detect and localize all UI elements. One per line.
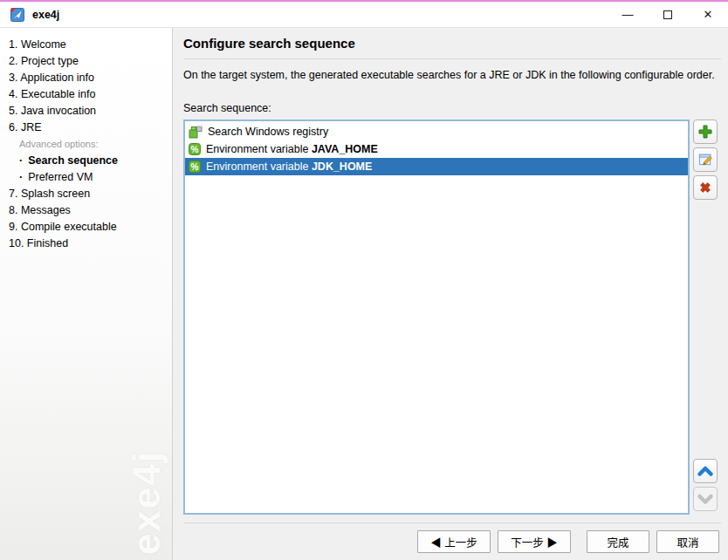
sidebar-item-jre[interactable]: 6. JRE (0, 119, 172, 135)
sidebar-item-search-sequence[interactable]: · Search sequence (0, 152, 172, 168)
list-item-java-home[interactable]: % Environment variable JAVA_HOME (185, 140, 688, 158)
footer-divider (183, 522, 721, 523)
exe4j-window: exe4j — ✕ 1. Welcome 2. Project type 3. … (0, 0, 728, 560)
cancel-button[interactable]: 取消 (656, 530, 719, 553)
sidebar-item-project-type[interactable]: 2. Project type (0, 52, 172, 69)
env-var-icon: % (189, 160, 201, 173)
window-title: exe4j (32, 9, 59, 21)
sidebar-item-executable-info[interactable]: 4. Executable info (0, 85, 172, 102)
close-button[interactable]: ✕ (688, 2, 728, 27)
move-down-button[interactable] (693, 487, 718, 511)
plus-icon (697, 123, 714, 140)
search-sequence-label: Search sequence: (183, 102, 721, 114)
title-bar: exe4j — ✕ (0, 2, 728, 28)
search-sequence-list[interactable]: Search Windows registry % Environment va… (183, 120, 690, 515)
move-up-button[interactable] (693, 459, 718, 483)
sidebar-item-welcome[interactable]: 1. Welcome (0, 36, 172, 52)
finish-button[interactable]: 完成 (587, 530, 649, 553)
bullet-icon: · (19, 171, 23, 183)
list-item-jdk-home[interactable]: % Environment variable JDK_HOME (185, 158, 688, 175)
add-button[interactable] (693, 120, 718, 144)
env-var-icon: % (189, 143, 201, 155)
advanced-options-label: Advanced options: (0, 135, 172, 152)
list-item-text: Environment variable JAVA_HOME (206, 143, 378, 155)
sidebar-item-label: Preferred VM (28, 171, 93, 183)
page-title: Configure search sequence (183, 36, 721, 51)
svg-text:%: % (191, 161, 199, 171)
sidebar-item-java-invocation[interactable]: 5. Java invocation (0, 102, 172, 119)
sidebar-item-finished[interactable]: 10. Finished (0, 235, 172, 251)
sidebar-item-preferred-vm[interactable]: · Preferred VM (0, 168, 172, 185)
back-button[interactable]: ◀ 上一步 (417, 530, 491, 553)
main-panel: Configure search sequence On the target … (173, 28, 728, 560)
svg-text:%: % (191, 144, 199, 154)
minimize-button[interactable]: — (608, 2, 648, 27)
maximize-icon (663, 10, 672, 19)
sidebar-item-splash-screen[interactable]: 7. Splash screen (0, 185, 172, 201)
exe4j-watermark: exe4j (125, 450, 168, 555)
registry-icon (189, 125, 203, 139)
bullet-icon: · (19, 154, 23, 167)
list-item-text: Search Windows registry (208, 126, 328, 138)
window-controls: — ✕ (608, 2, 728, 27)
description-text: On the target system, the generated exec… (183, 67, 721, 84)
delete-button[interactable] (693, 175, 718, 200)
wizard-nav: ◀ 上一步 下一步 ▶ 完成 取消 (183, 530, 721, 553)
list-item-text: Environment variable JDK_HOME (206, 160, 372, 173)
next-button[interactable]: 下一步 ▶ (498, 530, 571, 553)
chevron-up-icon (696, 461, 715, 481)
sidebar-item-messages[interactable]: 8. Messages (0, 201, 172, 218)
exe4j-app-icon (10, 8, 24, 22)
edit-icon (697, 151, 714, 167)
maximize-button[interactable] (648, 2, 688, 27)
minimize-icon: — (622, 8, 634, 21)
chevron-down-icon (696, 489, 715, 509)
heading-divider (183, 58, 721, 59)
edit-button[interactable] (693, 147, 718, 172)
sidebar-item-application-info[interactable]: 3. Application info (0, 69, 172, 85)
sidebar-item-compile-executable[interactable]: 9. Compile executable (0, 218, 172, 235)
wizard-steps-sidebar: 1. Welcome 2. Project type 3. Applicatio… (0, 28, 173, 560)
sidebar-item-label: Search sequence (28, 154, 118, 167)
delete-x-icon (697, 180, 713, 195)
list-item-registry[interactable]: Search Windows registry (185, 123, 688, 140)
close-icon: ✕ (704, 8, 713, 21)
list-actions-column (693, 120, 721, 515)
